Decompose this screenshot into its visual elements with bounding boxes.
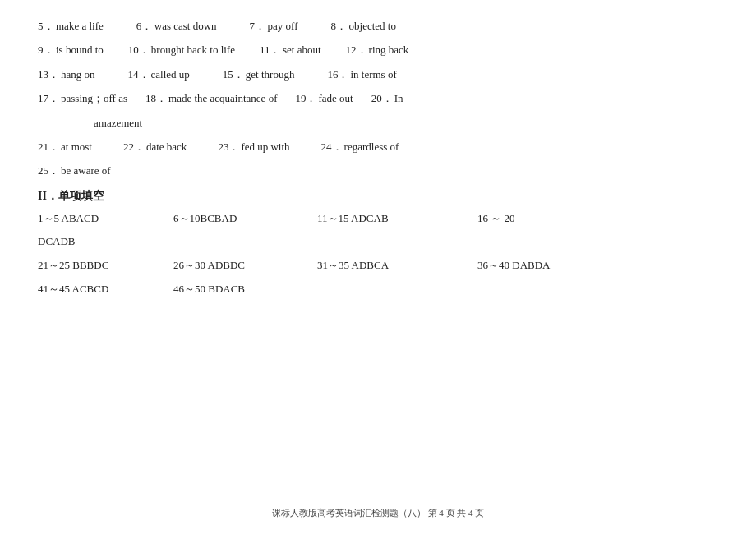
item-16: 16． in terms of (327, 65, 396, 84)
line-25: 25． be aware of (38, 161, 718, 180)
item-7: 7． pay off (250, 16, 298, 35)
item-17: 17． passing；off as (38, 89, 127, 108)
item-12: 12． ring back (346, 40, 409, 59)
item-11: 11． set about (260, 40, 321, 59)
page-content: 5． make a life 6． was cast down 7． pay o… (0, 0, 756, 319)
ans-1-5: 1～5 ABACD (38, 209, 165, 229)
line-5-8: 5． make a life 6． was cast down 7． pay o… (38, 16, 718, 35)
line-17-20: 17． passing；off as 18． made the acquaint… (38, 89, 718, 108)
line-9-12: 9． is bound to 10． brought back to life … (38, 40, 718, 59)
item-6: 6． was cast down (136, 16, 217, 35)
line-13-16: 13． hang on 14． called up 15． get throug… (38, 65, 718, 84)
answer-line-2: 21～25 BBBDC 26～30 ADBDC 31～35 ADBCA 36～4… (38, 255, 718, 276)
answer-line-dcadb: DCADB (38, 232, 718, 252)
ans-11-15: 11～15 ADCAB (317, 209, 469, 229)
item-19: 19． fade out (295, 89, 353, 108)
item-20: 20． In (371, 89, 403, 108)
item-14: 14． called up (128, 65, 190, 84)
item-25: 25． be aware of (38, 161, 111, 180)
ans-21-25: 21～25 BBBDC (38, 255, 165, 276)
item-13: 13． hang on (38, 65, 95, 84)
item-5: 5． make a life (38, 16, 104, 35)
item-18: 18． made the acquaintance of (145, 89, 277, 108)
ans-31-35: 31～35 ADBCA (317, 255, 469, 276)
ans-6-10: 6～10BCBAD (173, 209, 309, 229)
item-8: 8． objected to (331, 16, 396, 35)
item-10: 10． brought back to life (128, 40, 235, 59)
ans-36-40: 36～40 DABDA (477, 255, 625, 276)
answer-line-3: 41～45 ACBCD 46～50 BDACB (38, 279, 718, 300)
item-23: 23． fed up with (218, 137, 289, 156)
item-9: 9． is bound to (38, 40, 104, 59)
line-21-24: 21． at most 22． date back 23． fed up wit… (38, 137, 718, 156)
amazement-text: amazement (94, 113, 142, 132)
ans-46-50: 46～50 BDACB (173, 279, 309, 300)
item-24: 24． regardless of (321, 137, 399, 156)
section2-header: II．单项填空 (38, 189, 718, 204)
answer-line-1: 1～5 ABACD 6～10BCBAD 11～15 ADCAB 16 ～ 20 (38, 209, 718, 229)
line-amazement: amazement (38, 113, 718, 132)
ans-26-30: 26～30 ADBDC (173, 255, 309, 276)
ans-41-45: 41～45 ACBCD (38, 279, 165, 300)
page-footer: 课标人教版高考英语词汇检测题（八） 第 4 页 共 4 页 (0, 507, 756, 519)
item-15: 15． get through (223, 65, 295, 84)
item-22: 22． date back (123, 137, 187, 156)
ans-dcadb: DCADB (38, 232, 76, 252)
ans-16-20-label: 16 ～ 20 (477, 209, 625, 229)
item-21: 21． at most (38, 137, 92, 156)
